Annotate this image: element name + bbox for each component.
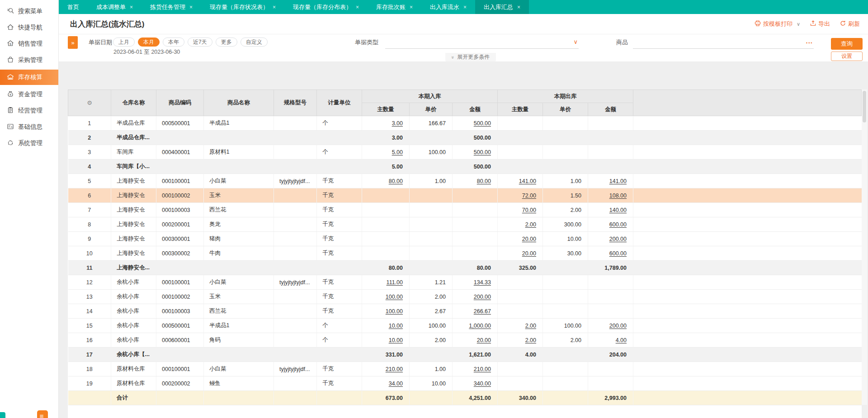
- table-row[interactable]: 9上海静安仓000300001猪肉千克20.0010.00200.00: [68, 232, 862, 246]
- cell-in-amt[interactable]: 134.33: [453, 275, 498, 290]
- cell-in-qty[interactable]: 3.00: [362, 116, 410, 131]
- sidebar-item-5[interactable]: 库存核算: [0, 70, 58, 85]
- cell-out-qty[interactable]: 141.00: [498, 174, 543, 188]
- cell-in-qty[interactable]: 210.00: [362, 362, 410, 376]
- table-row[interactable]: 7上海静安仓000100003西兰花千克70.002.00140.00: [68, 203, 862, 217]
- col-product-name[interactable]: 商品名称: [204, 90, 274, 116]
- sidebar-item-1[interactable]: 搜索菜单: [0, 5, 58, 18]
- date-pill[interactable]: 近7天: [188, 38, 212, 47]
- cell-out-qty[interactable]: 20.00: [498, 246, 543, 261]
- sidebar-item-9[interactable]: 系统管理: [0, 136, 58, 150]
- cell-in-amt[interactable]: 500.00: [453, 145, 498, 160]
- cell-in-qty[interactable]: 34.00: [362, 376, 410, 391]
- table-row[interactable]: 12余杭小库000100001小白菜tyjyjtyjtyjdf...千克111.…: [68, 275, 862, 290]
- table-row[interactable]: 18原材料仓库000100001小白菜tyjyjtyjtyjdf...千克210…: [68, 362, 862, 376]
- col-unit[interactable]: 计量单位: [317, 90, 362, 116]
- col-product-code[interactable]: 商品编码: [156, 90, 204, 116]
- cell-in-qty[interactable]: 10.00: [362, 319, 410, 333]
- doc-type-input[interactable]: ∨: [385, 35, 579, 49]
- table-row[interactable]: 17余杭小库【...331.001,621.004.00204.00: [68, 348, 862, 362]
- product-input[interactable]: ...: [633, 35, 814, 49]
- cell-out-qty[interactable]: 2.00: [498, 319, 543, 333]
- cell-in-amt[interactable]: 210.00: [453, 362, 498, 376]
- date-pill[interactable]: 自定义: [241, 38, 268, 47]
- table-row[interactable]: 15余杭小库000500001半成品1个10.00100.001,000.002…: [68, 319, 862, 333]
- tab-6[interactable]: 库存批次账×: [368, 0, 421, 14]
- floating-orange-widget[interactable]: ≣: [37, 410, 48, 418]
- col-in-price[interactable]: 单价: [410, 103, 453, 116]
- tab-close-icon[interactable]: ×: [517, 4, 520, 10]
- col-warehouse[interactable]: 仓库名称: [111, 90, 156, 116]
- table-row[interactable]: 6上海静安仓000100002玉米千克72.001.50108.00: [68, 188, 862, 203]
- cell-out-qty[interactable]: 20.00: [498, 232, 543, 246]
- table-row[interactable]: 合计673.004,251.00340.002,993.00: [68, 391, 862, 405]
- action-2[interactable]: 导出: [810, 20, 830, 28]
- table-row[interactable]: 4车间库【小...5.00500.00: [68, 160, 862, 174]
- table-row[interactable]: 8上海静安仓000200001奥龙千克2.00300.00600.00: [68, 217, 862, 232]
- date-pill[interactable]: 更多: [216, 38, 237, 47]
- cell-in-amt[interactable]: 1,000.00: [453, 319, 498, 333]
- cell-in-amt[interactable]: 200.00: [453, 290, 498, 304]
- col-out-price[interactable]: 单价: [543, 103, 588, 116]
- cell-in-qty[interactable]: 100.00: [362, 304, 410, 319]
- cell-out-amt[interactable]: 600.00: [588, 217, 633, 232]
- cell-out-qty[interactable]: 2.00: [498, 217, 543, 232]
- cell-out-amt[interactable]: 108.00: [588, 188, 633, 203]
- cell-out-qty[interactable]: 70.00: [498, 203, 543, 217]
- cell-in-qty[interactable]: 111.00: [362, 275, 410, 290]
- table-row[interactable]: 10上海静安仓000300002牛肉千克20.0030.00600.00: [68, 246, 862, 261]
- table-row[interactable]: 13余杭小库000100002玉米千克100.002.00200.00: [68, 290, 862, 304]
- settings-button[interactable]: 设置: [831, 52, 863, 61]
- cell-in-amt[interactable]: 340.00: [453, 376, 498, 391]
- date-pill[interactable]: 本年: [163, 38, 184, 47]
- col-in-amount[interactable]: 金额: [453, 103, 498, 116]
- cell-in-amt[interactable]: 266.67: [453, 304, 498, 319]
- sidebar-item-3[interactable]: $销售管理: [0, 37, 58, 51]
- cell-out-amt[interactable]: 141.00: [588, 174, 633, 188]
- tab-8[interactable]: 出入库汇总×: [475, 0, 529, 14]
- tab-close-icon[interactable]: ×: [189, 4, 193, 10]
- action-3[interactable]: 刷新: [840, 20, 860, 28]
- sidebar-item-8[interactable]: A基础信息: [0, 120, 58, 134]
- table-row[interactable]: 2半成品仓库...3.00500.00: [68, 131, 862, 145]
- cell-out-amt[interactable]: 600.00: [588, 246, 633, 261]
- cell-out-amt[interactable]: 140.00: [588, 203, 633, 217]
- col-out-qty[interactable]: 主数量: [498, 103, 543, 116]
- tab-close-icon[interactable]: ×: [463, 4, 467, 10]
- sidebar-item-7[interactable]: 经营管理: [0, 104, 58, 117]
- col-in-qty[interactable]: 主数量: [362, 103, 410, 116]
- sidebar-item-4[interactable]: 采购管理: [0, 53, 58, 67]
- action-1[interactable]: 按模板打印∨: [755, 20, 800, 28]
- table-row[interactable]: 19原材料仓库000200002鳗鱼千克34.0010.00340.00: [68, 376, 862, 391]
- tab-close-icon[interactable]: ×: [273, 4, 276, 10]
- col-spec[interactable]: 规格型号: [274, 90, 317, 116]
- tab-4[interactable]: 现存量（库存状况表）×: [201, 0, 284, 14]
- tab-5[interactable]: 现存量（库存分布表）×: [284, 0, 368, 14]
- tab-close-icon[interactable]: ×: [410, 4, 413, 10]
- cell-in-amt[interactable]: 500.00: [453, 116, 498, 131]
- query-button[interactable]: 查询: [831, 38, 863, 50]
- tab-close-icon[interactable]: ×: [356, 4, 359, 10]
- cell-in-qty[interactable]: 100.00: [362, 290, 410, 304]
- sidebar-item-2[interactable]: 快捷导航: [0, 21, 58, 34]
- tab-close-icon[interactable]: ×: [130, 4, 133, 10]
- table-row[interactable]: 14余杭小库000100003西兰花千克100.002.67266.67: [68, 304, 862, 319]
- cell-in-amt[interactable]: 80.00: [453, 174, 498, 188]
- vertical-scrollbar[interactable]: [862, 89, 867, 405]
- cell-in-qty[interactable]: 10.00: [362, 333, 410, 348]
- cell-in-amt[interactable]: 20.00: [453, 333, 498, 348]
- tab-1[interactable]: 首页: [59, 0, 88, 14]
- date-range-value[interactable]: 2023-06-01 至 2023-06-30: [113, 48, 180, 56]
- cell-out-amt[interactable]: 200.00: [588, 232, 633, 246]
- table-row[interactable]: 11上海静安仓...80.0080.00325.001,789.00: [68, 261, 862, 275]
- tab-2[interactable]: 成本调整单×: [88, 0, 142, 14]
- cell-out-qty[interactable]: 72.00: [498, 188, 543, 203]
- collapse-filters-button[interactable]: »: [68, 36, 78, 49]
- chevron-down-icon[interactable]: ∨: [573, 38, 578, 45]
- sidebar-item-6[interactable]: ¥资金管理: [0, 88, 58, 101]
- date-pill[interactable]: 本月: [138, 38, 160, 47]
- tab-3[interactable]: 拣货任务管理×: [142, 0, 201, 14]
- cell-in-qty[interactable]: 80.00: [362, 174, 410, 188]
- date-pill[interactable]: 上月: [113, 38, 135, 47]
- cell-in-qty[interactable]: 5.00: [362, 145, 410, 160]
